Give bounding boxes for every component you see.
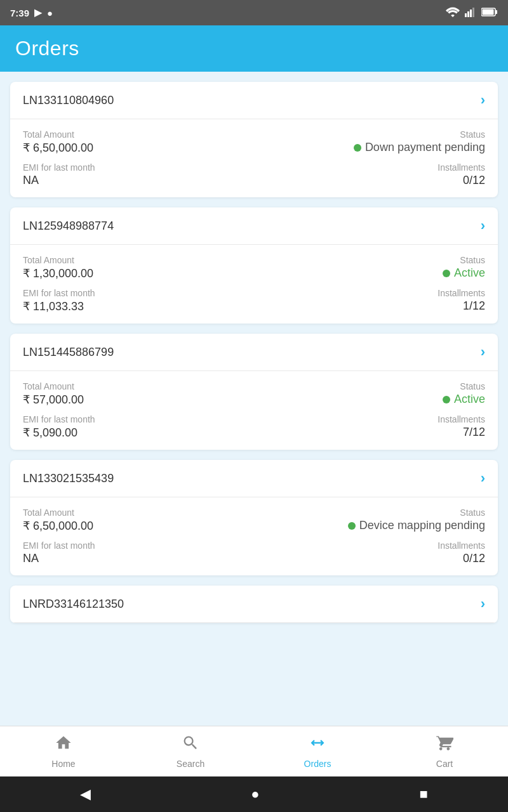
nav-home-label: Home [51, 759, 75, 769]
nav-cart[interactable]: Cart [381, 726, 508, 776]
installments-label-4: Installments [254, 540, 485, 551]
emi-section-2: EMI for last month ₹ 11,033.33 [23, 288, 254, 313]
status-value-4: Device mapping pending [254, 519, 485, 532]
order-card-header-partial[interactable]: LNRD33146121350 › [10, 586, 498, 623]
svg-rect-0 [465, 13, 467, 17]
chevron-right-icon-2: › [481, 218, 485, 234]
status-text-3: Active [454, 393, 485, 406]
page-title: Orders [15, 37, 79, 60]
order-id-1: LN133110804960 [23, 94, 114, 107]
installments-label-1: Installments [254, 162, 485, 173]
installments-section-1: Installments 0/12 [254, 162, 485, 187]
status-section-1: Status Down payment pending [254, 129, 485, 155]
order-card-body-4: Total Amount ₹ 6,50,000.00 Status Device… [10, 497, 498, 575]
order-card-header-4[interactable]: LN133021535439 › [10, 460, 498, 497]
order-id-4: LN133021535439 [23, 472, 114, 485]
status-bar: 7:39 ▶ ● [0, 0, 508, 25]
status-value-1: Down payment pending [254, 141, 485, 154]
status-section-3: Status Active [254, 381, 485, 407]
search-icon [182, 734, 199, 756]
status-text-4: Device mapping pending [359, 519, 485, 532]
page-header: Orders [0, 25, 508, 72]
android-nav-bar: ◀ ● ■ [0, 776, 508, 812]
svg-rect-1 [467, 11, 469, 17]
svg-rect-5 [495, 10, 497, 14]
order-card-body-1: Total Amount ₹ 6,50,000.00 Status Down p… [10, 119, 498, 197]
emi-section-4: EMI for last month NA [23, 540, 254, 565]
status-section-2: Status Active [254, 255, 485, 280]
bottom-nav: Home Search Orders Cart [0, 726, 508, 776]
back-button[interactable]: ◀ [80, 786, 91, 802]
order-id-3: LN151445886799 [23, 346, 114, 359]
order-card-body-3: Total Amount ₹ 57,000.00 Status Active E… [10, 371, 498, 450]
nav-home[interactable]: Home [0, 726, 127, 776]
order-card-3: LN151445886799 › Total Amount ₹ 57,000.0… [10, 334, 498, 450]
installments-value-2: 1/12 [254, 299, 485, 313]
total-amount-label-4: Total Amount [23, 508, 254, 518]
order-card-4: LN133021535439 › Total Amount ₹ 6,50,000… [10, 460, 498, 575]
home-button[interactable]: ● [251, 786, 259, 802]
order-card-body-2: Total Amount ₹ 1,30,000.00 Status Active… [10, 245, 498, 324]
order-card-header-2[interactable]: LN125948988774 › [10, 207, 498, 245]
status-bar-left: 7:39 ▶ ● [10, 7, 53, 18]
total-amount-value-2: ₹ 1,30,000.00 [23, 266, 254, 280]
chevron-right-icon-4: › [481, 470, 485, 487]
emi-value-3: ₹ 5,090.00 [23, 426, 254, 440]
order-id-partial: LNRD33146121350 [23, 598, 124, 611]
total-amount-section-3: Total Amount ₹ 57,000.00 [23, 381, 254, 407]
nav-search[interactable]: Search [127, 726, 254, 776]
status-label-1: Status [254, 129, 485, 140]
podcast-icon: ▶ [34, 7, 42, 18]
installments-value-1: 0/12 [254, 174, 485, 187]
total-amount-label-1: Total Amount [23, 129, 254, 140]
emi-label-2: EMI for last month [23, 288, 254, 298]
emi-label-3: EMI for last month [23, 414, 254, 424]
installments-value-4: 0/12 [254, 552, 485, 565]
status-section-4: Status Device mapping pending [254, 508, 485, 533]
total-amount-label-2: Total Amount [23, 255, 254, 265]
installments-section-4: Installments 0/12 [254, 540, 485, 565]
total-amount-value-4: ₹ 6,50,000.00 [23, 519, 254, 533]
nav-cart-label: Cart [436, 759, 453, 769]
emi-section-1: EMI for last month NA [23, 162, 254, 187]
status-value-3: Active [254, 393, 485, 406]
recents-button[interactable]: ■ [420, 786, 428, 802]
svg-rect-2 [470, 10, 472, 17]
emi-value-1: NA [23, 174, 254, 187]
total-amount-label-3: Total Amount [23, 381, 254, 391]
emi-section-3: EMI for last month ₹ 5,090.00 [23, 414, 254, 440]
installments-label-3: Installments [254, 414, 485, 424]
chevron-right-icon-3: › [481, 344, 485, 360]
nav-orders[interactable]: Orders [254, 726, 381, 776]
orders-icon [309, 734, 326, 756]
cart-icon [436, 734, 453, 756]
total-amount-value-3: ₹ 57,000.00 [23, 393, 254, 407]
emi-value-4: NA [23, 552, 254, 565]
order-id-2: LN125948988774 [23, 219, 114, 233]
emi-value-2: ₹ 11,033.33 [23, 299, 254, 313]
nav-search-label: Search [177, 759, 204, 769]
installments-section-3: Installments 7/12 [254, 414, 485, 440]
emi-label-1: EMI for last month [23, 162, 254, 173]
status-text-2: Active [454, 266, 485, 280]
order-card-header-1[interactable]: LN133110804960 › [10, 82, 498, 119]
order-card-1: LN133110804960 › Total Amount ₹ 6,50,000… [10, 82, 498, 197]
nav-orders-label: Orders [304, 759, 331, 769]
signal-icon [465, 7, 476, 19]
status-dot-2 [443, 270, 450, 277]
sim-icon: ● [47, 8, 53, 18]
order-card-header-3[interactable]: LN151445886799 › [10, 334, 498, 371]
total-amount-section-4: Total Amount ₹ 6,50,000.00 [23, 508, 254, 533]
emi-label-4: EMI for last month [23, 540, 254, 551]
home-icon [55, 734, 72, 756]
wifi-icon [446, 7, 460, 19]
status-dot-3 [443, 396, 450, 403]
total-amount-section-1: Total Amount ₹ 6,50,000.00 [23, 129, 254, 155]
svg-rect-3 [472, 8, 474, 17]
chevron-right-icon-partial: › [481, 596, 485, 612]
installments-label-2: Installments [254, 288, 485, 298]
time-display: 7:39 [10, 8, 29, 18]
total-amount-value-1: ₹ 6,50,000.00 [23, 141, 254, 155]
status-text-1: Down payment pending [365, 141, 485, 154]
status-dot-4 [348, 522, 356, 530]
